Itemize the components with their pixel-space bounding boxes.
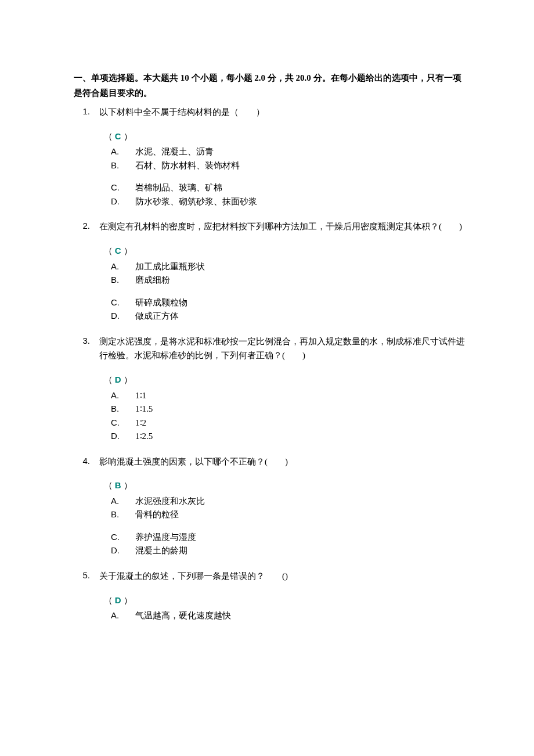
option-item: A.水泥强度和水灰比 <box>111 495 467 508</box>
answer-letter: D <box>115 375 122 384</box>
option-item: A.加工成比重瓶形状 <box>111 260 467 273</box>
option-list: A.水泥强度和水灰比 B.骨料的粒径 C.养护温度与湿度 D.混凝土的龄期 <box>111 495 467 557</box>
answer-line: （ B ） <box>104 479 467 492</box>
option-text: 水泥、混凝土、沥青 <box>135 145 467 159</box>
question-text: 在测定有孔材料的密度时，应把材料按下列哪种方法加工，干燥后用密度瓶测定其体积？(… <box>99 219 467 234</box>
option-label: C. <box>111 416 135 430</box>
option-item: B.磨成细粉 <box>111 273 467 287</box>
option-text: 岩棉制品、玻璃、矿棉 <box>135 181 467 195</box>
option-text: 1∶1.5 <box>135 402 467 416</box>
option-label: A. <box>111 495 135 508</box>
option-text: 骨料的粒径 <box>135 508 467 521</box>
answer-line: （ D ） <box>104 594 467 607</box>
option-text: 研碎成颗粒物 <box>135 296 467 309</box>
option-label: C. <box>111 296 135 309</box>
question-item: 1. 以下材料中全不属于结构材料的是（ ） （ C ） A.水泥、混凝土、沥青 … <box>74 105 467 208</box>
option-label: C. <box>111 531 135 544</box>
document-page: 一、单项选择题。本大题共 10 个小题，每小题 2.0 分，共 20.0 分。在… <box>0 0 534 756</box>
option-list: A.水泥、混凝土、沥青 B.石材、防水材料、装饰材料 C.岩棉制品、玻璃、矿棉 … <box>111 145 467 208</box>
heading-mid1: 个小题，每小题 <box>189 73 255 82</box>
heading-total: 20.0 <box>296 73 311 82</box>
option-item: D.做成正方体 <box>111 309 467 323</box>
option-text: 防水砂浆、砌筑砂浆、抹面砂浆 <box>135 195 467 208</box>
option-text: 混凝土的龄期 <box>135 544 467 557</box>
heading-per: 2.0 <box>254 73 265 82</box>
section-heading: 一、单项选择题。本大题共 10 个小题，每小题 2.0 分，共 20.0 分。在… <box>74 71 467 100</box>
answer-letter: D <box>115 595 122 605</box>
question-number: 4. <box>74 455 99 468</box>
option-list: A.加工成比重瓶形状 B.磨成细粉 C.研碎成颗粒物 D.做成正方体 <box>111 260 467 323</box>
question-list: 1. 以下材料中全不属于结构材料的是（ ） （ C ） A.水泥、混凝土、沥青 … <box>74 105 467 622</box>
heading-mid2: 分，共 <box>265 73 296 82</box>
answer-line: （ D ） <box>104 373 467 387</box>
question-number: 3. <box>74 334 99 348</box>
question-text: 影响混凝土强度的因素，以下哪个不正确？( ) <box>99 455 467 469</box>
option-label: B. <box>111 273 135 287</box>
option-text: 水泥强度和水灰比 <box>135 495 467 508</box>
option-text: 养护温度与湿度 <box>135 531 467 544</box>
option-item: A.水泥、混凝土、沥青 <box>111 145 467 159</box>
question-number: 1. <box>74 105 99 118</box>
option-item: C.岩棉制品、玻璃、矿棉 <box>111 181 467 195</box>
question-item: 4. 影响混凝土强度的因素，以下哪个不正确？( ) （ B ） A.水泥强度和水… <box>74 455 467 557</box>
option-text: 磨成细粉 <box>135 273 467 287</box>
option-list: A.气温越高，硬化速度越快 <box>111 609 467 622</box>
option-label: A. <box>111 609 135 622</box>
heading-prefix: 一、单项选择题。本大题共 <box>74 73 181 82</box>
option-text: 做成正方体 <box>135 309 467 323</box>
option-list: A.1∶1 B.1∶1.5 C.1∶2 D.1∶2.5 <box>111 389 467 443</box>
option-item: C.研碎成颗粒物 <box>111 296 467 309</box>
option-label: C. <box>111 181 135 195</box>
option-label: B. <box>111 159 135 172</box>
option-text: 1∶2.5 <box>135 430 467 443</box>
option-item: C.养护温度与湿度 <box>111 531 467 544</box>
option-label: B. <box>111 508 135 521</box>
option-item: D.1∶2.5 <box>111 430 467 443</box>
option-item: A.气温越高，硬化速度越快 <box>111 609 467 622</box>
answer-line: （ C ） <box>104 244 467 258</box>
option-label: A. <box>111 389 135 402</box>
option-item: B.石材、防水材料、装饰材料 <box>111 159 467 172</box>
question-text: 关于混凝土的叙述，下列哪一条是错误的？ () <box>99 569 467 584</box>
question-item: 3. 测定水泥强度，是将水泥和标准砂按一定比例混合，再加入规定数量的水，制成标准… <box>74 334 467 443</box>
option-label: D. <box>111 430 135 443</box>
option-label: A. <box>111 260 135 273</box>
option-item: D.混凝土的龄期 <box>111 544 467 557</box>
question-item: 2. 在测定有孔材料的密度时，应把材料按下列哪种方法加工，干燥后用密度瓶测定其体… <box>74 219 467 322</box>
option-label: D. <box>111 544 135 557</box>
option-text: 1∶1 <box>135 389 467 402</box>
option-text: 石材、防水材料、装饰材料 <box>135 159 467 172</box>
option-text: 1∶2 <box>135 416 467 430</box>
option-item: B.1∶1.5 <box>111 402 467 416</box>
option-item: B.骨料的粒径 <box>111 508 467 521</box>
option-text: 气温越高，硬化速度越快 <box>135 609 467 622</box>
option-label: B. <box>111 402 135 416</box>
question-text: 以下材料中全不属于结构材料的是（ ） <box>99 105 467 120</box>
question-text: 测定水泥强度，是将水泥和标准砂按一定比例混合，再加入规定数量的水，制成标准尺寸试… <box>99 334 467 363</box>
answer-line: （ C ） <box>104 130 467 143</box>
option-item: D.防水砂浆、砌筑砂浆、抹面砂浆 <box>111 195 467 208</box>
question-item: 5. 关于混凝土的叙述，下列哪一条是错误的？ () （ D ） A.气温越高，硬… <box>74 569 467 622</box>
answer-letter: C <box>115 246 122 255</box>
option-item: C.1∶2 <box>111 416 467 430</box>
option-label: A. <box>111 145 135 159</box>
question-number: 2. <box>74 219 99 233</box>
question-number: 5. <box>74 569 99 582</box>
option-label: D. <box>111 195 135 208</box>
option-item: A.1∶1 <box>111 389 467 402</box>
heading-count: 10 <box>181 73 189 82</box>
option-text: 加工成比重瓶形状 <box>135 260 467 273</box>
answer-letter: B <box>115 480 122 490</box>
option-label: D. <box>111 309 135 323</box>
answer-letter: C <box>115 131 122 141</box>
